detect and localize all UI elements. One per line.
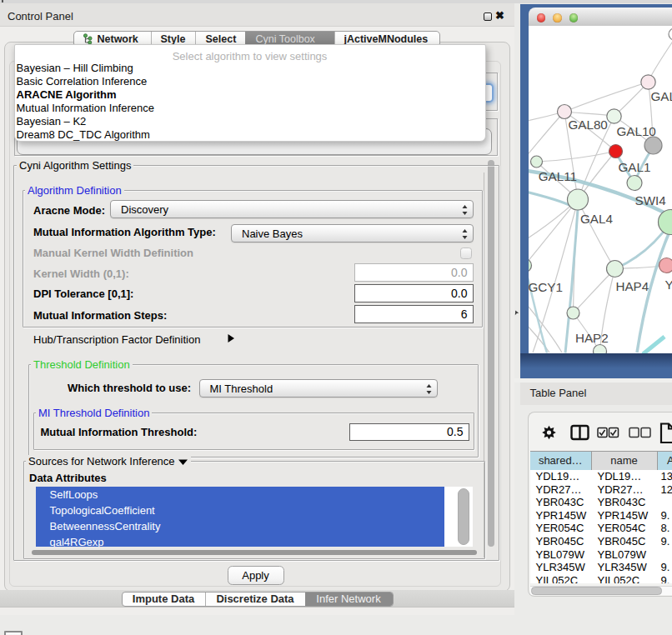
svg-text:HAP2: HAP2	[575, 330, 609, 344]
svg-text:GCY1: GCY1	[529, 279, 563, 293]
svg-text:GAL2: GAL2	[650, 89, 672, 103]
svg-text:GAL10: GAL10	[616, 123, 655, 138]
svg-text:GAL1: GAL1	[618, 159, 650, 173]
svg-text:GAL11: GAL11	[538, 169, 576, 183]
svg-text:SWI4: SWI4	[634, 192, 665, 207]
svg-text:Y: Y	[664, 277, 672, 291]
svg-text:HAP4: HAP4	[615, 278, 649, 292]
svg-text:GAL4: GAL4	[580, 212, 613, 226]
svg-text:GAL80: GAL80	[568, 117, 607, 131]
